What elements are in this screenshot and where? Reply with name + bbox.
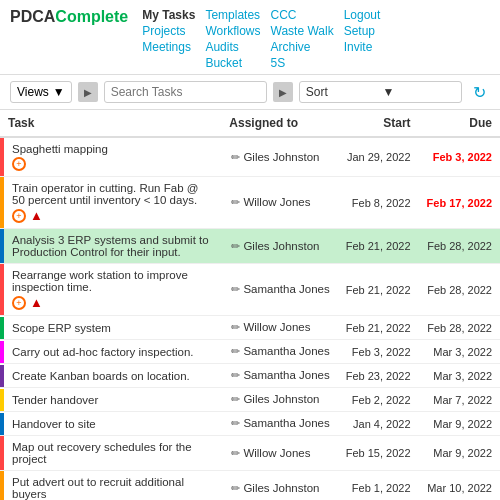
circle-icon[interactable]: + — [12, 209, 26, 223]
due-date: Feb 28, 2022 — [419, 316, 500, 340]
task-name: Scope ERP system — [12, 322, 111, 334]
assigned-name: Giles Johnston — [243, 240, 319, 252]
nav-audits[interactable]: Audits — [205, 40, 260, 54]
due-date: Mar 9, 2022 — [419, 412, 500, 436]
edit-icon[interactable]: ✏ — [231, 151, 243, 163]
assigned-name: Samantha Jones — [243, 345, 329, 357]
assigned-cell: ✏ Samantha Jones — [221, 412, 337, 436]
task-name: Put advert out to recruit additional buy… — [12, 476, 213, 500]
nav-col-3: CCC Waste Walk Archive 5S — [271, 8, 334, 70]
edit-icon[interactable]: ✏ — [231, 321, 243, 333]
task-name: Spaghetti mapping — [12, 143, 108, 155]
nav-meetings[interactable]: Meetings — [142, 40, 195, 54]
start-date: Feb 8, 2022 — [338, 177, 419, 229]
table-row: Spaghetti mapping+✏ Giles JohnstonJan 29… — [0, 137, 500, 177]
task-name: Tender handover — [12, 394, 98, 406]
nav-ccc[interactable]: CCC — [271, 8, 334, 22]
task-name: Rearrange work station to improve inspec… — [12, 269, 213, 293]
assigned-name: Samantha Jones — [243, 369, 329, 381]
refresh-button[interactable]: ↻ — [468, 81, 490, 103]
col-due: Due — [419, 110, 500, 137]
nav-setup[interactable]: Setup — [344, 24, 381, 38]
edit-icon[interactable]: ✏ — [231, 417, 243, 429]
sort-box[interactable]: Sort ▼ — [299, 81, 462, 103]
task-name: Map out recovery schedules for the proje… — [12, 441, 213, 465]
table-row: Train operator in cutting. Run Fab @ 50 … — [0, 177, 500, 229]
table-row: Put advert out to recruit additional buy… — [0, 471, 500, 501]
due-date: Mar 9, 2022 — [419, 436, 500, 471]
table-row: Create Kanban boards on location.✏ Saman… — [0, 364, 500, 388]
assigned-cell: ✏ Samantha Jones — [221, 364, 337, 388]
task-cell: Rearrange work station to improve inspec… — [0, 264, 221, 316]
views-dropdown[interactable]: Views ▼ — [10, 81, 72, 103]
assigned-cell: ✏ Giles Johnston — [221, 229, 337, 264]
chevron-down-icon-sort: ▼ — [382, 85, 455, 99]
task-cell: Train operator in cutting. Run Fab @ 50 … — [0, 177, 221, 229]
assigned-cell: ✏ Willow Jones — [221, 436, 337, 471]
circle-icon[interactable]: + — [12, 296, 26, 310]
start-date: Feb 3, 2022 — [338, 340, 419, 364]
table-row: Analysis 3 ERP systems and submit to Pro… — [0, 229, 500, 264]
views-arrow-btn[interactable]: ▶ — [78, 82, 98, 102]
task-cell: Create Kanban boards on location. — [0, 364, 221, 388]
due-date: Feb 3, 2022 — [419, 137, 500, 177]
edit-icon[interactable]: ✏ — [231, 345, 243, 357]
nav-menu: My Tasks Projects Meetings Templates Wor… — [142, 8, 490, 70]
edit-icon[interactable]: ✏ — [231, 447, 243, 459]
edit-icon[interactable]: ✏ — [231, 369, 243, 381]
col-assigned: Assigned to — [221, 110, 337, 137]
nav-archive[interactable]: Archive — [271, 40, 334, 54]
search-input[interactable] — [111, 85, 260, 99]
task-table: Task Assigned to Start Due Spaghetti map… — [0, 110, 500, 500]
edit-icon[interactable]: ✏ — [231, 283, 243, 295]
nav-col-2: Templates Workflows Audits Bucket — [205, 8, 260, 70]
start-date: Feb 15, 2022 — [338, 436, 419, 471]
due-date: Feb 28, 2022 — [419, 264, 500, 316]
nav-col-4: Logout Setup Invite — [344, 8, 381, 70]
table-row: Scope ERP system✏ Willow JonesFeb 21, 20… — [0, 316, 500, 340]
assigned-name: Giles Johnston — [243, 151, 319, 163]
start-date: Feb 21, 2022 — [338, 316, 419, 340]
edit-icon[interactable]: ✏ — [231, 393, 243, 405]
person-icon[interactable]: ▲ — [30, 208, 43, 223]
nav-invite[interactable]: Invite — [344, 40, 381, 54]
edit-icon[interactable]: ✏ — [231, 482, 243, 494]
search-box[interactable] — [104, 81, 267, 103]
circle-icon[interactable]: + — [12, 157, 26, 171]
due-date: Mar 3, 2022 — [419, 364, 500, 388]
logo: PDCAComplete — [10, 8, 128, 26]
start-date: Feb 21, 2022 — [338, 229, 419, 264]
edit-icon[interactable]: ✏ — [231, 240, 243, 252]
task-cell: Handover to site — [0, 412, 221, 436]
nav-my-tasks[interactable]: My Tasks — [142, 8, 195, 22]
table-row: Carry out ad-hoc factory inspection.✏ Sa… — [0, 340, 500, 364]
task-cell: Tender handover — [0, 388, 221, 412]
assigned-cell: ✏ Willow Jones — [221, 177, 337, 229]
search-arrow-btn[interactable]: ▶ — [273, 82, 293, 102]
toolbar: Views ▼ ▶ ▶ Sort ▼ ↻ — [0, 75, 500, 110]
due-date: Mar 3, 2022 — [419, 340, 500, 364]
nav-waste-walk[interactable]: Waste Walk — [271, 24, 334, 38]
nav-templates[interactable]: Templates — [205, 8, 260, 22]
header: PDCAComplete My Tasks Projects Meetings … — [0, 0, 500, 110]
sort-label: Sort — [306, 85, 379, 99]
chevron-down-icon: ▼ — [53, 85, 65, 99]
nav-projects[interactable]: Projects — [142, 24, 195, 38]
nav-bucket[interactable]: Bucket — [205, 56, 260, 70]
table-header-row: Task Assigned to Start Due — [0, 110, 500, 137]
nav-workflows[interactable]: Workflows — [205, 24, 260, 38]
start-date: Feb 2, 2022 — [338, 388, 419, 412]
due-date: Mar 7, 2022 — [419, 388, 500, 412]
task-name: Carry out ad-hoc factory inspection. — [12, 346, 194, 358]
col-start: Start — [338, 110, 419, 137]
start-date: Feb 1, 2022 — [338, 471, 419, 501]
table-row: Rearrange work station to improve inspec… — [0, 264, 500, 316]
person-icon[interactable]: ▲ — [30, 295, 43, 310]
task-cell: Spaghetti mapping+ — [0, 137, 221, 177]
task-name: Create Kanban boards on location. — [12, 370, 190, 382]
task-cell: Carry out ad-hoc factory inspection. — [0, 340, 221, 364]
nav-5s[interactable]: 5S — [271, 56, 334, 70]
start-date: Jan 4, 2022 — [338, 412, 419, 436]
nav-logout[interactable]: Logout — [344, 8, 381, 22]
edit-icon[interactable]: ✏ — [231, 196, 243, 208]
